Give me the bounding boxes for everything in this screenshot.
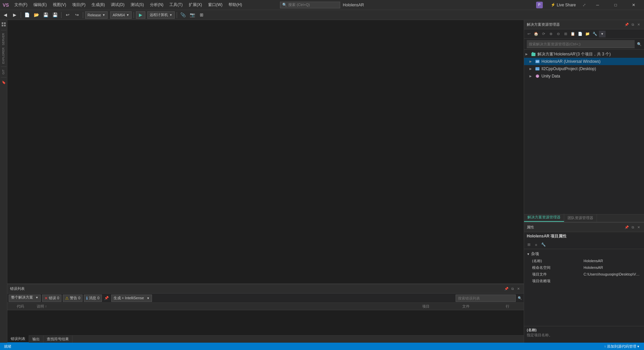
scope-dropdown[interactable]: 整个解决方案 ▼ [9, 295, 41, 302]
menu-file[interactable]: 文件(F) [12, 1, 30, 9]
col-project[interactable]: 项目 [422, 304, 462, 309]
tab-error-list[interactable]: 错误列表 [7, 335, 29, 343]
prop-float-btn[interactable]: ⧉ [630, 225, 635, 230]
prop-sort-btn[interactable]: ⊞ [525, 241, 532, 248]
back-btn[interactable]: ◀ [1, 11, 9, 19]
se-header-controls: 📌 ⧉ ✕ [624, 22, 641, 27]
tab-find-results[interactable]: 查找符号结果 [43, 336, 72, 343]
se-btn-8[interactable]: 📄 [577, 31, 584, 37]
se-btn-10[interactable]: 🔧 [592, 31, 598, 37]
tree-root[interactable]: ▶ 解决方案'HololensAR'(3 个项目，共 3 个) [524, 50, 644, 58]
close-button[interactable]: ✕ [626, 0, 641, 10]
solution-explorer-header: 解决方案资源管理器 📌 ⧉ ✕ [524, 20, 644, 29]
forward-btn[interactable]: ▶ [11, 11, 19, 19]
prop-pin-btn[interactable]: 📌 [624, 225, 629, 230]
se-float-btn[interactable]: ⧉ [630, 22, 635, 27]
info-count-btn[interactable]: ℹ 消息 0 [84, 295, 102, 302]
new-btn[interactable]: 📄 [23, 11, 31, 19]
expand-icon[interactable]: ⤢ [581, 3, 587, 7]
bottom-panel: 错误列表 📌 ⧉ ✕ 整个解决方案 ▼ ✕ 错误 0 [7, 284, 524, 335]
tab-solution-explorer[interactable]: 解决方案资源管理器 [524, 213, 564, 222]
prop-search-btn[interactable]: 🔧 [540, 241, 547, 248]
menu-view[interactable]: 视图(V) [50, 1, 69, 9]
redo-btn[interactable]: ↪ [73, 11, 81, 19]
se-close-btn[interactable]: ✕ [636, 22, 641, 27]
activity-bookmark[interactable]: 🔖 [1, 79, 7, 85]
se-search-icon[interactable]: 🔍 [636, 41, 643, 47]
search-box[interactable]: 🔍 搜索 (Ctrl+Q) [280, 2, 340, 8]
prop-section-misc[interactable]: ▼ 杂项 [525, 250, 643, 257]
prop-row-file: 项目文件 C:\Users\houguoqing\Desktop\Vuforia… [525, 271, 643, 278]
warning-count-btn[interactable]: ⚠ 警告 0 [63, 295, 83, 302]
menu-debug[interactable]: 调试(D) [108, 1, 127, 9]
se-btn-1[interactable]: ↩ [525, 31, 532, 37]
hololensar-label: HololensAR (Universal Windows) [541, 59, 601, 64]
col-code[interactable]: 代码 [17, 304, 37, 309]
release-label: Release [88, 13, 101, 17]
filter-dropdown[interactable]: 生成 + IntelliSense ▼ [111, 295, 152, 302]
tree-hololensar[interactable]: ▶ AR HololensAR (Universal Windows) [524, 58, 644, 65]
error-list-float[interactable]: ⧉ [510, 286, 515, 292]
se-btn-2[interactable]: 🏠 [533, 31, 539, 37]
error-search-input[interactable] [456, 295, 516, 302]
se-btn-7[interactable]: 📋 [570, 31, 576, 37]
error-list-pin[interactable]: 📌 [504, 286, 509, 292]
live-share-button[interactable]: ⚡ Live Share [548, 2, 579, 8]
prop-name-label-0: (名称) [532, 258, 582, 264]
col-file[interactable]: 文件 [462, 304, 506, 309]
col-desc[interactable]: 说明 ↑ [37, 304, 422, 309]
save-btn[interactable]: 💾 [42, 11, 50, 19]
device-btn[interactable]: 📷 [188, 11, 196, 19]
se-btn-5[interactable]: ⊖ [555, 31, 561, 37]
menu-analyze[interactable]: 分析(N) [147, 1, 166, 9]
filter-label: 生成 + IntelliSense [114, 296, 144, 301]
error-count-btn[interactable]: ✕ 错误 0 [42, 295, 61, 302]
menu-help[interactable]: 帮助(H) [226, 1, 245, 9]
open-btn[interactable]: 📂 [32, 11, 40, 19]
scope-label: 整个解决方案 [11, 295, 33, 299]
tab-output[interactable]: 输出 [29, 336, 43, 343]
prop-category-btn[interactable]: ≡ [533, 241, 539, 248]
profile-icon[interactable]: P [536, 2, 543, 8]
se-btn-4[interactable]: ⊕ [547, 31, 554, 37]
error-list-close[interactable]: ✕ [516, 286, 521, 292]
col-line[interactable]: 行 [506, 304, 522, 309]
build-filter-pin[interactable]: 📌 [103, 295, 110, 302]
attach-btn[interactable]: 📎 [179, 11, 187, 19]
se-btn-9[interactable]: 📁 [584, 31, 591, 37]
arch-dropdown[interactable]: ARM64 ▼ [110, 11, 132, 19]
prop-close-btn[interactable]: ✕ [636, 225, 641, 230]
menu-window[interactable]: 窗口(W) [205, 1, 225, 9]
remote-dropdown[interactable]: 远程计算机 ▼ [147, 11, 175, 19]
play-button[interactable]: ▶ [136, 11, 145, 19]
extra-btn[interactable]: ⊞ [198, 11, 206, 19]
save-all-btn[interactable]: 💾 [51, 11, 59, 19]
menu-edit[interactable]: 编辑(E) [31, 1, 49, 9]
search-icon[interactable]: 🔍 [517, 296, 522, 301]
undo-btn[interactable]: ↩ [63, 11, 71, 19]
menu-extensions[interactable]: 扩展(X) [186, 1, 205, 9]
solution-search-input[interactable] [527, 40, 635, 48]
se-btn-3[interactable]: ⟳ [540, 31, 547, 37]
minimize-button[interactable]: ─ [590, 0, 605, 10]
maximize-button[interactable]: □ [608, 0, 623, 10]
menu-build[interactable]: 生成(B) [89, 1, 108, 9]
menu-project[interactable]: 项目(P) [69, 1, 88, 9]
svg-rect-1 [4, 22, 6, 24]
arch-label: ARM64 [113, 13, 125, 17]
se-btn-6[interactable]: ⊞ [562, 31, 569, 37]
search-placeholder: 搜索 (Ctrl+Q) [288, 2, 310, 7]
il2cpp-label: Il2CppOutputProject (Desktop) [541, 66, 596, 71]
tree-unity[interactable]: ▶ U Unity Data [524, 72, 644, 80]
tab-team-explorer[interactable]: 团队资源管理器 [564, 214, 597, 222]
se-pin-btn[interactable]: 📌 [624, 22, 629, 27]
status-source-control[interactable]: ↑ 添加到源代码管理 ▾ [602, 344, 641, 349]
release-dropdown[interactable]: Release ▼ [85, 11, 108, 19]
activity-icon-1[interactable] [1, 21, 7, 27]
release-chevron: ▼ [102, 13, 105, 17]
tree-il2cpp[interactable]: ▶ C++ Il2CppOutputProject (Desktop) [524, 65, 644, 72]
title-bar-right: P ⚡ Live Share ⤢ ─ □ ✕ [536, 0, 641, 10]
menu-tools[interactable]: 工具(T) [167, 1, 185, 9]
menu-test[interactable]: 测试(S) [128, 1, 147, 9]
se-btn-active[interactable]: ▾ [599, 31, 606, 37]
